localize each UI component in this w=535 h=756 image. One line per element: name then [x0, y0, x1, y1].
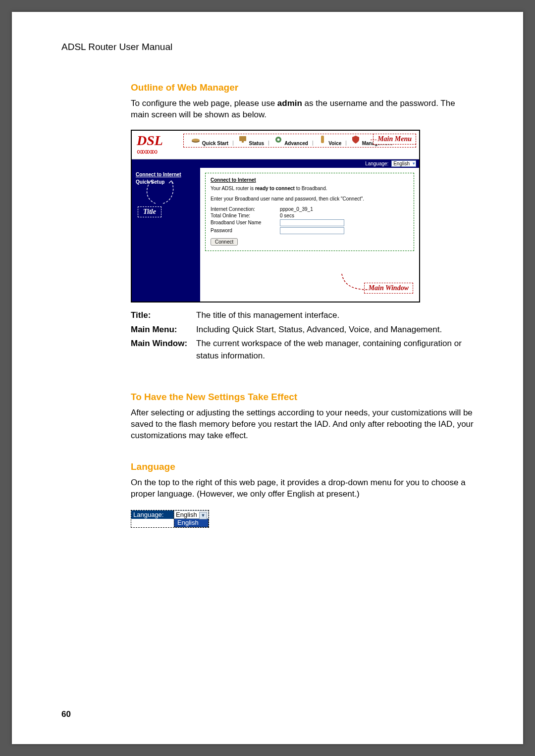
dsl-logo: DSL	[137, 134, 179, 148]
callout-title: Title	[138, 206, 161, 217]
menu-label: Voice	[328, 141, 341, 146]
def-desc-main-menu: Including Quick Start, Status, Advanced,…	[196, 324, 474, 336]
language-widget: Language: English ▼ English	[131, 510, 209, 528]
phone-icon	[318, 135, 327, 144]
router-top-bar: DSL ∞∞∞∞ Quick Start | Status |	[132, 131, 419, 159]
callout-main-window: Main Window	[364, 283, 413, 294]
paragraph-language: On the top to the right of this web page…	[131, 477, 474, 500]
def-desc-title: The title of this management interface.	[196, 309, 474, 322]
content-line2: Enter your Broadband user name and passw…	[211, 196, 409, 202]
sidebar-item-quick-setup[interactable]: Quick Setup	[132, 178, 200, 186]
page-header: ADSL Router User Manual	[61, 42, 474, 52]
monitor-icon	[238, 135, 248, 144]
text: Your ADSL router is	[211, 186, 255, 191]
svg-rect-6	[321, 136, 324, 143]
language-label: Language:	[365, 161, 388, 166]
lang-widget-field[interactable]: English ▼	[174, 510, 209, 519]
text: To configure the web page, please use	[131, 99, 277, 108]
svg-point-5	[277, 138, 279, 141]
lang-widget-value: English	[176, 511, 197, 518]
def-desc-main-window: The current workspace of the web manager…	[196, 338, 474, 362]
label-internet-connection: Internet Connection:	[211, 206, 280, 212]
menu-status[interactable]: Status	[234, 135, 268, 146]
callout-main-menu: Main Menu	[373, 134, 416, 145]
content-heading: Connect to Internet	[211, 177, 409, 183]
label-username: Broadband User Name	[211, 220, 280, 225]
menu-label: Status	[249, 141, 265, 146]
def-term-main-menu: Main Menu:	[131, 324, 196, 336]
value-online-time: 0 secs	[280, 213, 294, 218]
text-bold: ready to connect	[255, 186, 295, 191]
label-password: Password	[211, 228, 280, 233]
menu-label: Advanced	[284, 141, 308, 146]
shield-icon	[351, 135, 361, 144]
menu-advanced[interactable]: Advanced	[269, 135, 312, 146]
def-term-main-window: Main Window:	[131, 338, 196, 362]
logo-cell: DSL ∞∞∞∞	[132, 131, 183, 159]
chevron-down-icon[interactable]: ▼	[199, 512, 207, 519]
page-number: 60	[61, 709, 71, 719]
language-bar: Language: English	[132, 159, 419, 168]
svg-rect-3	[242, 141, 244, 143]
callout-connector	[371, 140, 376, 140]
value-internet-connection: pppoe_0_39_1	[280, 206, 313, 212]
menu-label: Quick Start	[202, 141, 228, 146]
paragraph-new-settings: After selecting or adjusting the setting…	[131, 407, 474, 442]
svg-point-1	[192, 139, 200, 142]
heading-language: Language	[131, 461, 474, 472]
content-line1: Your ADSL router is ready to connect to …	[211, 186, 409, 191]
main-window: Connect to Internet Your ADSL router is …	[200, 168, 419, 302]
input-username[interactable]	[280, 219, 344, 226]
input-password[interactable]	[280, 227, 344, 234]
label-online-time: Total Online Time:	[211, 213, 280, 218]
heading-outline: Outline of Web Manager	[131, 82, 474, 93]
sidebar-item-connect[interactable]: Connect to Internet	[132, 171, 200, 178]
menu-voice[interactable]: Voice	[314, 135, 346, 146]
definitions: Title: The title of this management inte…	[131, 309, 474, 362]
menu-quick-start[interactable]: Quick Start	[187, 135, 232, 146]
main-content-box: Connect to Internet Your ADSL router is …	[205, 173, 414, 251]
text-admin: admin	[277, 99, 302, 108]
connect-button[interactable]: Connect	[211, 238, 238, 246]
paragraph-outline-intro: To configure the web page, please use ad…	[131, 98, 474, 121]
logo-underline-icon: ∞∞∞∞	[137, 147, 179, 157]
text: to Broadband.	[295, 186, 327, 191]
gear-icon	[273, 135, 283, 144]
router-icon	[191, 135, 201, 144]
def-term-title: Title:	[131, 309, 196, 322]
heading-new-settings: To Have the New Settings Take Effect	[131, 392, 474, 403]
router-screenshot: DSL ∞∞∞∞ Quick Start | Status |	[131, 130, 420, 302]
lang-widget-label: Language:	[131, 510, 174, 519]
lang-widget-option[interactable]: English	[174, 519, 209, 527]
svg-rect-2	[239, 136, 246, 141]
sidebar: Connect to Internet Quick Setup Title	[132, 168, 200, 302]
language-select[interactable]: English	[391, 160, 416, 167]
